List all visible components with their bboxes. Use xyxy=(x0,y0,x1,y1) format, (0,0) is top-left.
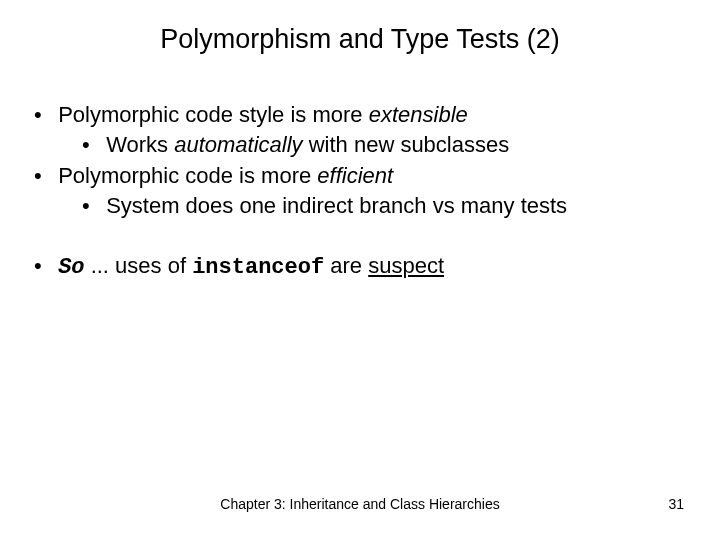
slide-title: Polymorphism and Type Tests (2) xyxy=(0,24,720,55)
emphasis-so: So xyxy=(58,255,84,280)
spacer xyxy=(34,223,674,251)
slide-body: Polymorphic code style is more extensibl… xyxy=(34,100,674,284)
text: System does one indirect branch vs many … xyxy=(106,193,567,218)
bullet-so-suspect: So ... uses of instanceof are suspect xyxy=(34,251,674,283)
text: Polymorphic code style is more xyxy=(58,102,369,127)
subbullet-automatically: Works automatically with new subclasses xyxy=(82,130,674,160)
text-are: are xyxy=(324,253,368,278)
text-dots: ... xyxy=(85,253,116,278)
bullet-extensible: Polymorphic code style is more extensibl… xyxy=(34,100,674,159)
footer-text: Chapter 3: Inheritance and Class Hierarc… xyxy=(0,496,720,512)
emphasis-suspect: suspect xyxy=(368,253,444,278)
slide: Polymorphism and Type Tests (2) Polymorp… xyxy=(0,0,720,540)
code-instanceof: instanceof xyxy=(192,255,324,280)
emphasis-efficient: efficient xyxy=(317,163,393,188)
emphasis-automatically: automatically xyxy=(174,132,302,157)
text-uses: uses of xyxy=(115,253,192,278)
page-number: 31 xyxy=(668,496,684,512)
bullet-efficient: Polymorphic code is more efficient Syste… xyxy=(34,161,674,220)
text: with new subclasses xyxy=(303,132,510,157)
text: Works xyxy=(106,132,174,157)
emphasis-extensible: extensible xyxy=(369,102,468,127)
subbullet-branch: System does one indirect branch vs many … xyxy=(82,191,674,221)
text: Polymorphic code is more xyxy=(58,163,317,188)
